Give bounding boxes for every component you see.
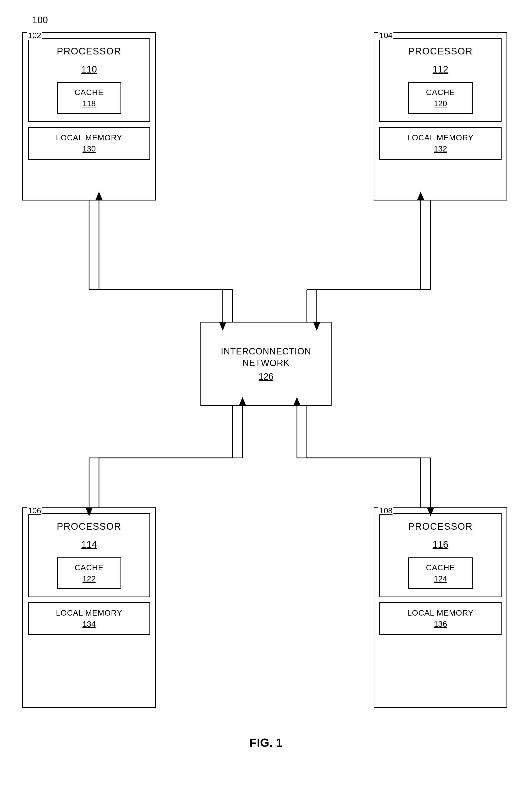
- cache-box-120: CACHE 120: [408, 82, 473, 114]
- cache-box-124: CACHE 124: [408, 557, 473, 589]
- mem-box-130: LOCAL MEMORY 130: [28, 127, 150, 160]
- processor-box-104: PROCESSOR 112 CACHE 120: [379, 38, 501, 122]
- network-title: INTERCONNECTION NETWORK: [221, 346, 311, 369]
- mem-num-134: 134: [82, 619, 96, 629]
- processor-title-108: PROCESSOR: [408, 521, 473, 532]
- processor-num-108: 116: [433, 539, 448, 550]
- node-108: 108 PROCESSOR 116 CACHE 124 LOCAL MEMORY…: [374, 507, 507, 708]
- node-104: 104 PROCESSOR 112 CACHE 120 LOCAL MEMORY…: [374, 32, 507, 201]
- network-box: INTERCONNECTION NETWORK 126: [201, 322, 331, 406]
- mem-num-130: 130: [82, 144, 96, 153]
- cache-title-124: CACHE: [426, 563, 455, 572]
- node-102: 102 PROCESSOR 110 CACHE 118 LOCAL MEMORY…: [22, 32, 156, 201]
- node-104-label: 104: [378, 31, 394, 40]
- processor-title-106: PROCESSOR: [57, 521, 121, 532]
- processor-num-106: 114: [81, 539, 97, 550]
- mem-num-136: 136: [434, 619, 447, 629]
- node-106-label: 106: [27, 506, 42, 515]
- processor-box-102: PROCESSOR 110 CACHE 118: [28, 38, 150, 122]
- processor-box-106: PROCESSOR 114 CACHE 122: [28, 513, 150, 597]
- cache-title-122: CACHE: [75, 563, 103, 572]
- system-label: 100: [32, 15, 48, 25]
- processor-num-104: 112: [433, 64, 448, 75]
- cache-title-120: CACHE: [426, 88, 455, 97]
- node-108-label: 108: [378, 506, 394, 515]
- mem-title-132: LOCAL MEMORY: [407, 133, 474, 142]
- cache-num-120: 120: [434, 99, 447, 108]
- cache-title-118: CACHE: [75, 88, 103, 97]
- processor-title-102: PROCESSOR: [57, 46, 121, 57]
- network-num: 126: [259, 372, 273, 382]
- cache-box-122: CACHE 122: [57, 557, 121, 589]
- cache-num-118: 118: [82, 99, 96, 108]
- mem-box-134: LOCAL MEMORY 134: [28, 602, 150, 635]
- cache-num-122: 122: [82, 574, 96, 583]
- mem-title-134: LOCAL MEMORY: [56, 608, 122, 617]
- fig-label: FIG. 1: [249, 736, 282, 749]
- mem-box-136: LOCAL MEMORY 136: [379, 602, 501, 635]
- node-102-label: 102: [27, 31, 42, 40]
- diagram: 100 102 PROCESSOR 110 CACHE 118 LOCAL ME…: [0, 0, 532, 799]
- cache-num-124: 124: [434, 574, 447, 583]
- mem-title-136: LOCAL MEMORY: [407, 608, 474, 617]
- node-106: 106 PROCESSOR 114 CACHE 122 LOCAL MEMORY…: [22, 507, 156, 708]
- processor-box-108: PROCESSOR 116 CACHE 124: [379, 513, 501, 597]
- processor-num-102: 110: [81, 64, 97, 75]
- processor-title-104: PROCESSOR: [408, 46, 473, 57]
- mem-title-130: LOCAL MEMORY: [56, 133, 122, 142]
- mem-num-132: 132: [434, 144, 447, 153]
- mem-box-132: LOCAL MEMORY 132: [379, 127, 501, 160]
- cache-box-118: CACHE 118: [57, 82, 121, 114]
